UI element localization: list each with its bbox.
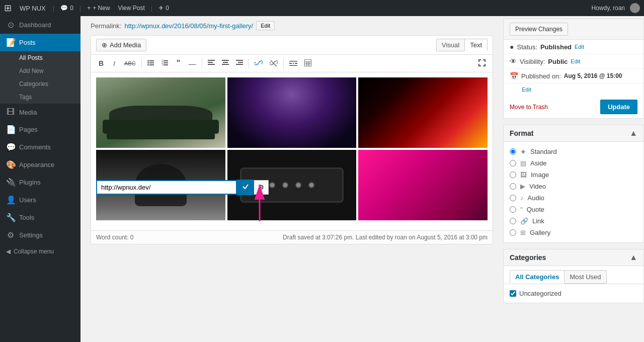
visibility-edit-link[interactable]: Edit (571, 58, 580, 64)
format-item-link[interactable]: 🔗 Link (510, 215, 637, 227)
svg-rect-6 (164, 60, 168, 61)
svg-rect-12 (208, 60, 215, 61)
tab-most-used[interactable]: Most Used (565, 270, 606, 284)
format-radio-aside[interactable] (510, 160, 516, 166)
blockquote-button[interactable]: " (173, 57, 185, 70)
category-checkbox-uncategorized[interactable] (510, 290, 516, 297)
fullscreen-button[interactable] (475, 57, 489, 70)
format-item-quote[interactable]: " Quote (510, 204, 637, 215)
sidebar-item-all-posts[interactable]: All Posts (0, 51, 80, 64)
sidebar-item-posts[interactable]: 📝 Posts (0, 34, 80, 51)
svg-text:3: 3 (162, 63, 163, 66)
add-media-button[interactable]: ⊕ Add Media (96, 39, 146, 51)
sidebar-item-tags[interactable]: Tags (0, 91, 80, 104)
format-radio-image[interactable] (510, 172, 516, 178)
sidebar-item-dashboard[interactable]: ⊙ Dashboard (0, 16, 80, 34)
comments-link[interactable]: 💬 0 (57, 5, 76, 12)
sidebar-item-settings[interactable]: ⚙ Settings (0, 226, 80, 244)
status-edit-link[interactable]: Edit (575, 44, 584, 50)
format-item-gallery[interactable]: ⊞ Gallery (510, 227, 637, 238)
preview-changes-button[interactable]: Preview Changes (510, 23, 568, 36)
site-name[interactable]: WP NUX (16, 5, 50, 12)
format-item-aside[interactable]: ▤ Aside (510, 157, 637, 169)
sidebar-item-categories[interactable]: Categories (0, 77, 80, 91)
format-radio-standard[interactable] (510, 148, 516, 155)
status-label: Status: (517, 43, 537, 51)
gallery-image-jimi (227, 77, 357, 148)
link-apply-button[interactable] (237, 180, 254, 195)
editor-content-area[interactable]: ⚙ (91, 72, 493, 230)
visibility-row: 👁 Visibility: Public Edit (504, 54, 643, 69)
published-edit-link[interactable]: Edit (510, 87, 531, 93)
svg-rect-24 (295, 63, 297, 64)
updates-link[interactable]: ✈ 0 (155, 5, 172, 12)
categories-box-toggle[interactable]: ▲ (629, 253, 637, 262)
unordered-list-button[interactable] (144, 57, 157, 70)
tab-visual[interactable]: Visual (436, 39, 464, 51)
align-right-button[interactable] (233, 58, 246, 69)
format-radio-audio[interactable] (510, 195, 516, 201)
sidebar-item-tools[interactable]: 🔧 Tools (0, 209, 80, 226)
collapse-menu-button[interactable]: ◀ Collapse menu (0, 244, 80, 259)
svg-rect-17 (222, 64, 229, 65)
admin-sidebar: ⊙ Dashboard 📝 Posts All Posts Add New Ca… (0, 16, 80, 342)
update-button[interactable]: Update (600, 100, 637, 114)
table-button[interactable] (301, 57, 314, 70)
format-icon-quote: " (520, 206, 523, 213)
permalink-edit-button[interactable]: Edit (256, 21, 275, 30)
italic-button[interactable]: I (108, 58, 120, 69)
plus-icon: + (87, 5, 91, 12)
align-center-button[interactable] (219, 58, 232, 69)
wp-logo-icon: ⊞ (4, 3, 12, 14)
link-url-input[interactable] (96, 180, 237, 195)
svg-rect-26 (289, 65, 297, 66)
format-item-video[interactable]: ▶ Video (510, 181, 637, 192)
format-label-standard: Standard (530, 148, 557, 155)
add-media-label: Add Media (110, 41, 141, 49)
align-left-button[interactable] (205, 58, 218, 69)
permalink-url[interactable]: http://wpnux.dev/2016/08/05/my-first-gal… (124, 22, 253, 30)
format-radio-gallery[interactable] (510, 229, 516, 236)
more-tag-button[interactable] (286, 58, 300, 69)
format-box-toggle[interactable]: ▲ (629, 129, 637, 138)
pages-label: Pages (19, 126, 38, 133)
new-content-link[interactable]: + + New (84, 5, 113, 12)
svg-rect-22 (289, 63, 292, 64)
draft-status: Draft saved at 3:07:26 pm. Last edited b… (283, 234, 488, 241)
ordered-list-button[interactable]: 123 (158, 57, 172, 70)
format-box-title: Format (510, 129, 533, 137)
permalink-label: Permalink: (91, 22, 121, 30)
visibility-icon: 👁 (510, 57, 517, 65)
format-item-standard[interactable]: ★ Standard (510, 146, 637, 157)
view-post-link[interactable]: View Post (115, 5, 148, 12)
tab-all-categories[interactable]: All Categories (510, 270, 565, 284)
move-to-trash-link[interactable]: Move to Trash (510, 104, 548, 111)
sidebar-item-comments[interactable]: 💬 Comments (0, 138, 80, 156)
link-settings-button[interactable]: ⚙ (254, 180, 269, 195)
sidebar-item-users[interactable]: 👤 Users (0, 191, 80, 209)
format-label-image: Image (531, 171, 549, 179)
sidebar-item-media[interactable]: 🎞 Media (0, 104, 80, 121)
side-panel: Preview Changes ● Status: Published Edit… (503, 16, 644, 342)
format-item-audio[interactable]: ♪ Audio (510, 192, 637, 204)
bold-button[interactable]: B (95, 57, 107, 69)
sidebar-item-add-new[interactable]: Add New (0, 64, 80, 77)
horizontal-rule-button[interactable]: — (186, 57, 199, 70)
published-label: Published on: (521, 72, 561, 80)
format-radio-video[interactable] (510, 183, 516, 190)
visibility-value: Public (548, 58, 568, 65)
category-item-uncategorized[interactable]: Uncategorized (510, 288, 637, 299)
sidebar-item-pages[interactable]: 📄 Pages (0, 121, 80, 138)
svg-rect-0 (149, 60, 154, 61)
strikethrough-button[interactable]: ABC (121, 58, 139, 68)
format-item-image[interactable]: 🖼 Image (510, 169, 637, 181)
insert-link-button[interactable] (252, 57, 266, 70)
sidebar-item-appearance[interactable]: 🎨 Appearance (0, 156, 80, 174)
format-radio-quote[interactable] (510, 206, 516, 213)
svg-rect-13 (208, 62, 213, 63)
sidebar-item-plugins[interactable]: 🔌 Plugins (0, 174, 80, 191)
remove-link-button[interactable] (267, 57, 281, 70)
tab-text[interactable]: Text (464, 39, 488, 51)
format-radio-link[interactable] (510, 218, 516, 224)
format-icon-video: ▶ (520, 183, 525, 190)
